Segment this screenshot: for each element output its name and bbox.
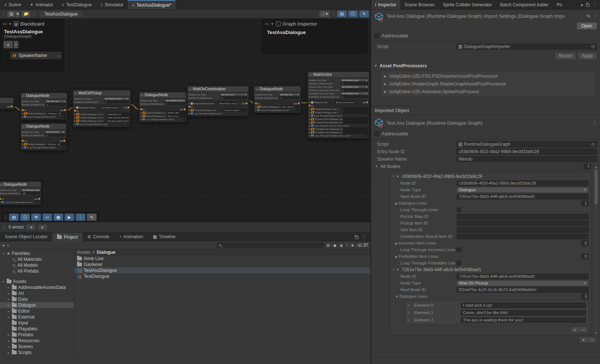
property-dropdown[interactable]: Say Multiple Lines▾ bbox=[341, 85, 368, 88]
panel-tab-timeline[interactable]: ▦Timeline bbox=[148, 232, 180, 242]
window-tab-testassdialogue[interactable]: ϟTestAssDialogue* bbox=[128, 0, 176, 9]
output-port[interactable] bbox=[11, 105, 13, 107]
line-port[interactable] bbox=[309, 112, 310, 113]
tree-arrow-icon[interactable]: ▾ bbox=[1, 252, 5, 255]
graph-edge[interactable] bbox=[67, 108, 73, 110]
drag-handle-icon[interactable]: = bbox=[407, 303, 412, 307]
node-collapse-icon[interactable]: ≡ bbox=[23, 125, 24, 128]
object-script-field[interactable]: RuntimeDialogueGraph ⊙ bbox=[456, 141, 597, 147]
tab-sprite-collider-generator[interactable]: Sprite Collider Generator bbox=[439, 0, 496, 9]
tree-arrow-icon[interactable]: ▸ bbox=[7, 339, 10, 343]
sidebar-item-art[interactable]: ▸Art bbox=[0, 290, 74, 296]
output-port[interactable] bbox=[38, 198, 40, 200]
foldout-arrow-icon[interactable]: ▶ bbox=[384, 74, 387, 78]
window-overlay-button[interactable]: ▭ bbox=[42, 213, 52, 221]
line-port[interactable] bbox=[309, 108, 310, 110]
output-port[interactable] bbox=[127, 107, 129, 108]
line-text-field[interactable]: Bonfire (Pickup Item Data) bbox=[335, 101, 355, 104]
asset-type-filter-icon[interactable]: ◆ bbox=[333, 243, 336, 248]
line-port[interactable] bbox=[309, 128, 310, 130]
text-field[interactable]: 7251e73e-38d3-44ff-a8c5-bcf54088aaf1 bbox=[457, 274, 589, 279]
line-port[interactable] bbox=[309, 125, 310, 127]
output-port[interactable] bbox=[298, 102, 300, 104]
graph-node-startnode[interactable]: ≡StartNodeSpeakerNameout bbox=[0, 97, 14, 109]
window-tab-testdialogue[interactable]: ϟTestDialogue bbox=[57, 0, 96, 9]
drag-handle-icon[interactable]: = bbox=[392, 175, 394, 179]
blackboard-collapse-icon[interactable]: ▼ bbox=[9, 22, 12, 26]
toggle-graph-inspector-button[interactable]: ⓘ bbox=[348, 10, 358, 17]
tab-po[interactable]: Po bbox=[553, 0, 566, 9]
node-type-dropdown[interactable]: Wait On Pickup▼ bbox=[457, 280, 589, 286]
window-tab-scene[interactable]: #Scene bbox=[0, 0, 26, 9]
all-nodes-foldout[interactable]: ▼ All Nodes 7 bbox=[371, 163, 600, 170]
input-port[interactable] bbox=[74, 110, 76, 112]
text-field[interactable] bbox=[457, 234, 589, 239]
property-dropdown[interactable]: Say One Line▾ bbox=[45, 131, 65, 133]
sidebar-item-playables[interactable]: Playables bbox=[0, 326, 74, 332]
field-value[interactable]: Weirdo bbox=[456, 156, 597, 162]
remove-element-button[interactable]: − bbox=[588, 337, 596, 343]
field-value[interactable]: c93b5606-401f-49a2-99b5-9ecbf1fa9c29 bbox=[456, 149, 597, 155]
graph-canvas[interactable]: == ▼ ▦ Blackboard TestAssDialogue (Dialo… bbox=[0, 18, 370, 222]
object-picker-icon-2[interactable]: ⊙ bbox=[591, 142, 595, 147]
element-value-field[interactable]: The ass is waiting there for you! bbox=[461, 317, 586, 323]
loop-checkbox[interactable]: ✓ bbox=[366, 115, 368, 117]
line-text-field[interactable]: Ohhhh yeah, bbox=[167, 111, 186, 114]
text-field[interactable] bbox=[457, 214, 589, 219]
node-collapse-icon[interactable]: ≡ bbox=[256, 87, 258, 91]
sidebar-item-prefabs[interactable]: ▸Prefabs bbox=[0, 332, 74, 338]
node-collapse-icon[interactable]: ≡ bbox=[75, 91, 77, 95]
importer-script-field[interactable]: DialogueGraphImporter ⊙ bbox=[456, 44, 597, 50]
graph-inspector-collapse-icon[interactable]: ▼ bbox=[271, 22, 274, 26]
line-port[interactable] bbox=[309, 118, 310, 120]
line-port[interactable] bbox=[189, 109, 190, 111]
sidebar-item-addressableassetsdata[interactable]: ▸AddressableAssetsData bbox=[0, 284, 74, 290]
line-port[interactable] bbox=[309, 135, 310, 136]
node-header[interactable]: ≡DialogueNode bbox=[0, 182, 41, 188]
input-port[interactable] bbox=[140, 108, 142, 110]
foldout-arrow-icon[interactable]: ▶ bbox=[384, 82, 387, 86]
line-text-field[interactable] bbox=[343, 128, 368, 130]
save-dropdown-button[interactable]: ▾ bbox=[16, 11, 20, 17]
sidebar-item-dialogue[interactable]: ▸Dialogue bbox=[0, 302, 74, 308]
sidebar-item-resources[interactable]: ▸Resources bbox=[0, 338, 74, 344]
tab-overflow-icon[interactable]: ▸ bbox=[581, 2, 583, 7]
add-parameter-dropdown[interactable]: ▾ bbox=[14, 41, 19, 48]
loop-checkbox[interactable] bbox=[297, 109, 300, 111]
save-graph-button[interactable]: 🖫 bbox=[7, 11, 16, 17]
node-header[interactable]: ≡DialogueNode bbox=[21, 124, 66, 129]
all-nodes-count[interactable]: 7 bbox=[584, 164, 591, 169]
node-entry-foldout[interactable]: =▼c93b5606-401f-49a2-99b5-9ecbf1fa9c29 bbox=[390, 173, 591, 180]
graph-menu-button[interactable]: ⋮ ▾ bbox=[319, 11, 330, 17]
sidebar-item-data[interactable]: ▸Data bbox=[0, 296, 74, 302]
sidebar-item-input[interactable]: Input bbox=[0, 320, 74, 326]
tree-arrow-icon[interactable]: ▸ bbox=[7, 298, 10, 301]
line-port[interactable] bbox=[74, 114, 76, 115]
graph-node-waitonslot[interactable]: ≡WaitOnSlotDefault Line TypeSay Multiple… bbox=[307, 71, 370, 139]
toggle-blackboard-button[interactable]: ▤ bbox=[337, 10, 347, 17]
graph-breadcrumb[interactable]: TestAssDialogue bbox=[40, 11, 83, 17]
preview-pane-edge[interactable] bbox=[371, 357, 600, 364]
property-dropdown[interactable]: Say One Line▾ bbox=[46, 100, 66, 102]
tree-arrow-icon[interactable]: ▸ bbox=[7, 304, 10, 307]
presets-icon[interactable]: ⇆ bbox=[587, 12, 590, 18]
lock-icon[interactable] bbox=[586, 4, 590, 7]
postprocessor-item[interactable]: ▶UnityEditor.U2D.PSD.PSDImporterAssetPos… bbox=[381, 72, 596, 80]
tree-arrow-icon[interactable]: ▸ bbox=[7, 333, 10, 337]
array-size-field[interactable]: 0 bbox=[581, 254, 589, 259]
play-overlay-button[interactable]: ▶ bbox=[64, 213, 74, 221]
tab-inspector[interactable]: iInspector bbox=[371, 0, 400, 9]
addressable-checkbox-2[interactable] bbox=[374, 131, 379, 136]
addressable-checkbox[interactable] bbox=[374, 33, 379, 38]
line-port[interactable] bbox=[255, 109, 257, 111]
input-port[interactable] bbox=[22, 109, 24, 111]
line-port[interactable] bbox=[22, 147, 23, 148]
graph-inspector-grip-icon[interactable]: == bbox=[265, 22, 269, 26]
asset-item-gardener[interactable]: Gardener bbox=[74, 262, 370, 267]
postprocessor-item[interactable]: ▶UnityEditor.ShaderGraph.ShaderGraphAsse… bbox=[381, 80, 596, 88]
output-port[interactable] bbox=[63, 140, 65, 142]
property-dropdown[interactable]: Say Multiple Lines▾ bbox=[104, 97, 129, 100]
property-dropdown[interactable]: Say Multiple Lines▾ bbox=[341, 79, 368, 81]
hidden-packages-icon[interactable]: ! bbox=[346, 243, 347, 247]
scroll-down-icon[interactable]: ▼ bbox=[594, 331, 598, 335]
